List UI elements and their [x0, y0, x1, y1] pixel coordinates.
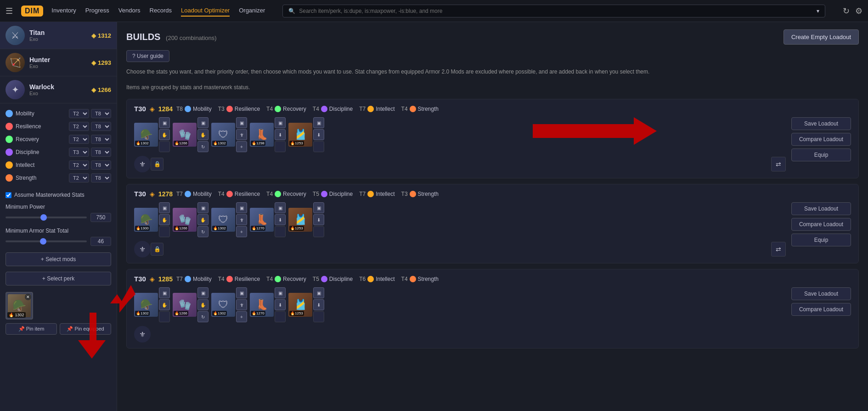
build1-classitem-mod2[interactable]: ⬇: [313, 129, 324, 140]
build3-save-loadout-button[interactable]: Save Loadout: [791, 287, 851, 300]
minimum-power-slider[interactable]: [6, 217, 87, 218]
nav-organizer[interactable]: Organizer: [239, 5, 265, 17]
build2-helmet-mod3[interactable]: [159, 226, 170, 237]
build1-save-loadout-button[interactable]: Save Loadout: [791, 117, 851, 130]
search-bar[interactable]: 🔍 ▾: [282, 5, 825, 17]
minimum-armor-stat-slider[interactable]: [6, 240, 87, 242]
build1-helmet-mod3[interactable]: [159, 141, 170, 152]
hamburger-menu[interactable]: ☰: [6, 6, 13, 16]
select-mods-button[interactable]: + Select mods: [6, 252, 111, 266]
strength-select-2[interactable]: T8T7T6: [91, 173, 111, 183]
build3-gauntlets-mod3[interactable]: ↻: [197, 311, 209, 322]
nav-loadout-optimizer[interactable]: Loadout Optimizer: [181, 5, 230, 17]
build3-legs-mod2[interactable]: ⬇: [275, 299, 286, 310]
build1-shuffle-button[interactable]: ⇄: [771, 157, 786, 171]
char-item-warlock[interactable]: ✦ Warlock Exo ◈ 1266: [0, 76, 117, 103]
build3-chest-mod1[interactable]: ▣: [236, 287, 247, 298]
build3-gauntlets-mod1[interactable]: ▣: [197, 287, 209, 298]
build1-lock-icon[interactable]: 🔒: [151, 158, 163, 171]
build1-chest-mod1[interactable]: ▣: [236, 117, 247, 128]
build2-classitem-mod3[interactable]: [313, 226, 324, 237]
nav-vendors[interactable]: Vendors: [118, 5, 141, 17]
search-dropdown-icon[interactable]: ▾: [817, 8, 819, 14]
build1-classitem-mod3[interactable]: [313, 141, 324, 152]
mobility-select-2[interactable]: T8T7T6: [91, 109, 111, 118]
build2-gauntlets-mod1[interactable]: ▣: [197, 202, 209, 213]
assume-masterwork-checkbox[interactable]: [6, 192, 11, 198]
intellect-select-2[interactable]: T8T7T6: [91, 160, 111, 170]
search-input[interactable]: [299, 8, 813, 14]
build3-helmet-mod2[interactable]: ✋: [159, 299, 170, 310]
build3-helmet-mod1[interactable]: ▣: [159, 287, 170, 298]
build2-equip-button[interactable]: Equip: [791, 234, 851, 246]
build2-tier-row: T30 ◈ 1278 T7 Mobility T4 Resilience: [134, 190, 851, 198]
build2-intellect-icon: [367, 191, 374, 197]
build2-stat-recovery: T4 Recovery: [266, 191, 306, 197]
build1-gauntlets-mod3[interactable]: ↻: [197, 141, 209, 152]
pin-equipped-button[interactable]: 📌 Pin equipped: [60, 323, 111, 335]
build2-gauntlets-mod3[interactable]: ↻: [197, 226, 209, 237]
build1-chest-mod3[interactable]: +: [236, 141, 247, 152]
build2-classitem-mod2[interactable]: ⬇: [313, 214, 324, 225]
build3-gauntlets-mod2[interactable]: ✋: [197, 299, 209, 310]
build2-shuffle-button[interactable]: ⇄: [771, 242, 786, 257]
recovery-select-1[interactable]: T2T3T4: [69, 135, 89, 144]
build2-legs-mod1[interactable]: ▣: [275, 202, 286, 213]
char-item-hunter[interactable]: 🏹 Hunter Exo ◈ 1293: [0, 49, 117, 76]
build1-equip-button[interactable]: Equip: [791, 148, 851, 161]
build3-chest-mod2[interactable]: 🗡: [236, 299, 247, 310]
build3-helmet-mod3[interactable]: [159, 311, 170, 322]
nav-progress[interactable]: Progress: [85, 5, 109, 17]
create-empty-loadout-button[interactable]: Create Empty Loadout: [783, 29, 859, 45]
build1-helmet-mod1[interactable]: ▣: [159, 117, 170, 128]
build1-classitem-mod1[interactable]: ▣: [313, 117, 324, 128]
build3-legs-mod3[interactable]: [275, 311, 286, 322]
char-item-titan[interactable]: ⚔ Titan Exo ◈ 1312: [0, 22, 117, 49]
resilience-select-2[interactable]: T8T7T6: [91, 122, 111, 131]
build1-chest-mod2[interactable]: 🗡: [236, 129, 247, 140]
discipline-select-1[interactable]: T3T2T4: [69, 148, 89, 157]
build2-chest-mod2[interactable]: 🗡: [236, 214, 247, 225]
build3-armor-section: 🪖 🔥1302 ▣ ✋ 🧤: [134, 287, 786, 342]
select-perk-button[interactable]: + Select perk: [6, 272, 111, 285]
build3-compare-loadout-button[interactable]: Compare Loadout: [791, 303, 851, 316]
nav-records[interactable]: Records: [150, 5, 172, 17]
build2-classitem-mod1[interactable]: ▣: [313, 202, 324, 213]
strength-selects: T2T3T4 T8T7T6: [69, 173, 111, 183]
build3-classitem-mod2[interactable]: ⬇: [313, 299, 324, 310]
build1-gauntlets-mod2[interactable]: ✋: [197, 129, 209, 140]
recovery-select-2[interactable]: T8T7T6: [91, 135, 111, 144]
mobility-select-1[interactable]: T2T3T4T5: [69, 109, 89, 118]
build1-compare-loadout-button[interactable]: Compare Loadout: [791, 133, 851, 146]
settings-icon[interactable]: ⚙: [855, 6, 862, 16]
build2-legs-mod2[interactable]: ⬇: [275, 214, 286, 225]
build2-compare-loadout-button[interactable]: Compare Loadout: [791, 218, 851, 231]
resilience-select-1[interactable]: T2T3T4: [69, 122, 89, 131]
build1-legs-mod2[interactable]: ⬇: [275, 129, 286, 140]
discipline-select-2[interactable]: T8T7T6: [91, 148, 111, 157]
build2-chest-mod3[interactable]: +: [236, 226, 247, 237]
build1-gauntlets-mod1[interactable]: ▣: [197, 117, 209, 128]
build1-helmet-mod2[interactable]: ✋: [159, 129, 170, 140]
build2-gauntlets-mod2[interactable]: ✋: [197, 214, 209, 225]
build3-legs-mod1[interactable]: ▣: [275, 287, 286, 298]
strength-select-1[interactable]: T2T3T4: [69, 173, 89, 183]
build2-chest-mod1[interactable]: ▣: [236, 202, 247, 213]
build3-classitem-mod3[interactable]: [313, 311, 324, 322]
build1-legs-mod3[interactable]: [275, 141, 286, 152]
build2-lock-icon[interactable]: 🔒: [151, 243, 163, 256]
intellect-select-1[interactable]: T2T3T4: [69, 160, 89, 170]
pinned-armor-close[interactable]: ✕: [25, 294, 31, 300]
build1-legs-mod1[interactable]: ▣: [275, 117, 286, 128]
user-guide-button[interactable]: ? User guide: [126, 50, 169, 62]
build1-helmet-piece: 🪖 🔥1302 ▣ ✋: [134, 117, 170, 152]
build2-helmet-mod1[interactable]: ▣: [159, 202, 170, 213]
build2-helmet-mod2[interactable]: ✋: [159, 214, 170, 225]
nav-inventory[interactable]: Inventory: [51, 5, 76, 17]
build2-legs-mod3[interactable]: [275, 226, 286, 237]
refresh-icon[interactable]: ↻: [843, 6, 850, 16]
build2-save-loadout-button[interactable]: Save Loadout: [791, 202, 851, 215]
build3-classitem-mod1[interactable]: ▣: [313, 287, 324, 298]
pin-item-button[interactable]: 📌 Pin item: [6, 323, 57, 335]
build3-chest-mod3[interactable]: +: [236, 311, 247, 322]
